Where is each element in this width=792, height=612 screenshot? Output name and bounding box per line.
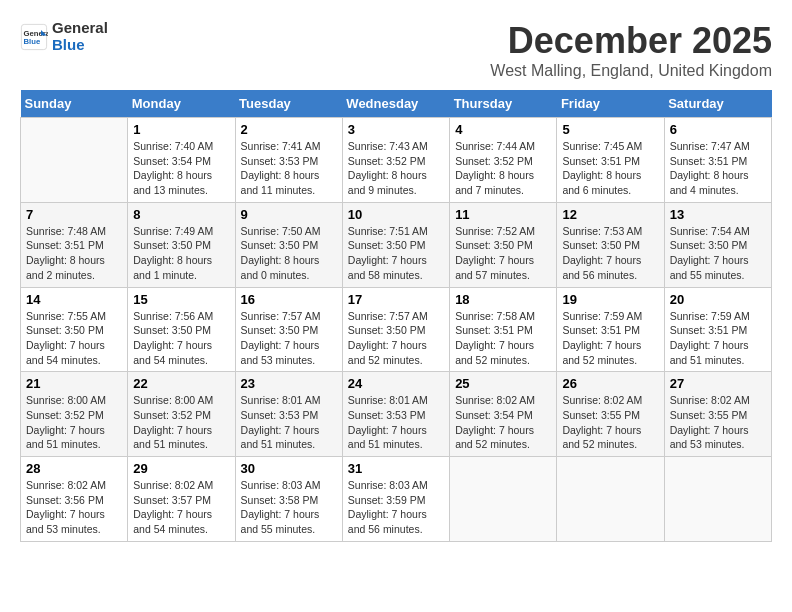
calendar-cell: 11Sunrise: 7:52 AMSunset: 3:50 PMDayligh… xyxy=(450,202,557,287)
calendar-cell: 23Sunrise: 8:01 AMSunset: 3:53 PMDayligh… xyxy=(235,372,342,457)
day-number: 23 xyxy=(241,376,337,391)
calendar-cell: 19Sunrise: 7:59 AMSunset: 3:51 PMDayligh… xyxy=(557,287,664,372)
day-number: 16 xyxy=(241,292,337,307)
calendar-cell: 9Sunrise: 7:50 AMSunset: 3:50 PMDaylight… xyxy=(235,202,342,287)
day-number: 30 xyxy=(241,461,337,476)
day-info: Sunrise: 7:50 AMSunset: 3:50 PMDaylight:… xyxy=(241,224,337,283)
day-info: Sunrise: 7:53 AMSunset: 3:50 PMDaylight:… xyxy=(562,224,658,283)
day-number: 6 xyxy=(670,122,766,137)
day-info: Sunrise: 8:03 AMSunset: 3:59 PMDaylight:… xyxy=(348,478,444,537)
day-number: 11 xyxy=(455,207,551,222)
day-number: 24 xyxy=(348,376,444,391)
day-info: Sunrise: 7:45 AMSunset: 3:51 PMDaylight:… xyxy=(562,139,658,198)
day-number: 26 xyxy=(562,376,658,391)
day-info: Sunrise: 7:40 AMSunset: 3:54 PMDaylight:… xyxy=(133,139,229,198)
calendar-cell: 30Sunrise: 8:03 AMSunset: 3:58 PMDayligh… xyxy=(235,457,342,542)
calendar-week-row: 21Sunrise: 8:00 AMSunset: 3:52 PMDayligh… xyxy=(21,372,772,457)
weekday-header-monday: Monday xyxy=(128,90,235,118)
calendar-cell xyxy=(21,118,128,203)
day-number: 4 xyxy=(455,122,551,137)
calendar-cell xyxy=(450,457,557,542)
day-info: Sunrise: 7:57 AMSunset: 3:50 PMDaylight:… xyxy=(348,309,444,368)
calendar-week-row: 28Sunrise: 8:02 AMSunset: 3:56 PMDayligh… xyxy=(21,457,772,542)
day-number: 17 xyxy=(348,292,444,307)
calendar-cell: 12Sunrise: 7:53 AMSunset: 3:50 PMDayligh… xyxy=(557,202,664,287)
logo-line1: General xyxy=(52,19,108,36)
day-info: Sunrise: 7:51 AMSunset: 3:50 PMDaylight:… xyxy=(348,224,444,283)
day-info: Sunrise: 7:49 AMSunset: 3:50 PMDaylight:… xyxy=(133,224,229,283)
weekday-header-thursday: Thursday xyxy=(450,90,557,118)
day-number: 25 xyxy=(455,376,551,391)
calendar-cell: 6Sunrise: 7:47 AMSunset: 3:51 PMDaylight… xyxy=(664,118,771,203)
day-number: 28 xyxy=(26,461,122,476)
day-number: 8 xyxy=(133,207,229,222)
logo: General Blue General Blue xyxy=(20,20,108,53)
weekday-header-friday: Friday xyxy=(557,90,664,118)
calendar-cell: 14Sunrise: 7:55 AMSunset: 3:50 PMDayligh… xyxy=(21,287,128,372)
day-number: 19 xyxy=(562,292,658,307)
day-info: Sunrise: 8:02 AMSunset: 3:54 PMDaylight:… xyxy=(455,393,551,452)
day-number: 29 xyxy=(133,461,229,476)
day-info: Sunrise: 7:48 AMSunset: 3:51 PMDaylight:… xyxy=(26,224,122,283)
day-number: 7 xyxy=(26,207,122,222)
calendar-cell xyxy=(557,457,664,542)
calendar-cell xyxy=(664,457,771,542)
weekday-header-wednesday: Wednesday xyxy=(342,90,449,118)
calendar-cell: 31Sunrise: 8:03 AMSunset: 3:59 PMDayligh… xyxy=(342,457,449,542)
day-number: 15 xyxy=(133,292,229,307)
day-number: 27 xyxy=(670,376,766,391)
day-number: 20 xyxy=(670,292,766,307)
weekday-header-row: SundayMondayTuesdayWednesdayThursdayFrid… xyxy=(21,90,772,118)
calendar-cell: 17Sunrise: 7:57 AMSunset: 3:50 PMDayligh… xyxy=(342,287,449,372)
day-number: 9 xyxy=(241,207,337,222)
svg-text:General: General xyxy=(24,28,49,37)
month-title: December 2025 xyxy=(490,20,772,62)
calendar-cell: 3Sunrise: 7:43 AMSunset: 3:52 PMDaylight… xyxy=(342,118,449,203)
day-info: Sunrise: 7:59 AMSunset: 3:51 PMDaylight:… xyxy=(562,309,658,368)
calendar-cell: 13Sunrise: 7:54 AMSunset: 3:50 PMDayligh… xyxy=(664,202,771,287)
calendar-cell: 1Sunrise: 7:40 AMSunset: 3:54 PMDaylight… xyxy=(128,118,235,203)
day-info: Sunrise: 7:57 AMSunset: 3:50 PMDaylight:… xyxy=(241,309,337,368)
day-info: Sunrise: 7:55 AMSunset: 3:50 PMDaylight:… xyxy=(26,309,122,368)
day-number: 31 xyxy=(348,461,444,476)
logo-icon: General Blue xyxy=(20,23,48,51)
svg-text:Blue: Blue xyxy=(24,37,41,46)
calendar-cell: 28Sunrise: 8:02 AMSunset: 3:56 PMDayligh… xyxy=(21,457,128,542)
day-info: Sunrise: 8:02 AMSunset: 3:55 PMDaylight:… xyxy=(562,393,658,452)
calendar-cell: 4Sunrise: 7:44 AMSunset: 3:52 PMDaylight… xyxy=(450,118,557,203)
day-number: 12 xyxy=(562,207,658,222)
day-number: 18 xyxy=(455,292,551,307)
calendar-cell: 25Sunrise: 8:02 AMSunset: 3:54 PMDayligh… xyxy=(450,372,557,457)
day-info: Sunrise: 7:52 AMSunset: 3:50 PMDaylight:… xyxy=(455,224,551,283)
day-info: Sunrise: 8:00 AMSunset: 3:52 PMDaylight:… xyxy=(26,393,122,452)
day-info: Sunrise: 8:01 AMSunset: 3:53 PMDaylight:… xyxy=(348,393,444,452)
day-number: 3 xyxy=(348,122,444,137)
calendar-cell: 8Sunrise: 7:49 AMSunset: 3:50 PMDaylight… xyxy=(128,202,235,287)
calendar-week-row: 14Sunrise: 7:55 AMSunset: 3:50 PMDayligh… xyxy=(21,287,772,372)
day-info: Sunrise: 8:03 AMSunset: 3:58 PMDaylight:… xyxy=(241,478,337,537)
day-info: Sunrise: 8:01 AMSunset: 3:53 PMDaylight:… xyxy=(241,393,337,452)
calendar-cell: 2Sunrise: 7:41 AMSunset: 3:53 PMDaylight… xyxy=(235,118,342,203)
logo-text: General Blue xyxy=(52,20,108,53)
calendar-cell: 26Sunrise: 8:02 AMSunset: 3:55 PMDayligh… xyxy=(557,372,664,457)
title-section: December 2025 West Malling, England, Uni… xyxy=(490,20,772,80)
day-number: 5 xyxy=(562,122,658,137)
calendar-cell: 15Sunrise: 7:56 AMSunset: 3:50 PMDayligh… xyxy=(128,287,235,372)
calendar-cell: 10Sunrise: 7:51 AMSunset: 3:50 PMDayligh… xyxy=(342,202,449,287)
day-info: Sunrise: 8:02 AMSunset: 3:56 PMDaylight:… xyxy=(26,478,122,537)
calendar-cell: 16Sunrise: 7:57 AMSunset: 3:50 PMDayligh… xyxy=(235,287,342,372)
calendar-cell: 22Sunrise: 8:00 AMSunset: 3:52 PMDayligh… xyxy=(128,372,235,457)
day-info: Sunrise: 7:44 AMSunset: 3:52 PMDaylight:… xyxy=(455,139,551,198)
weekday-header-sunday: Sunday xyxy=(21,90,128,118)
weekday-header-tuesday: Tuesday xyxy=(235,90,342,118)
day-number: 1 xyxy=(133,122,229,137)
calendar-cell: 29Sunrise: 8:02 AMSunset: 3:57 PMDayligh… xyxy=(128,457,235,542)
day-info: Sunrise: 7:47 AMSunset: 3:51 PMDaylight:… xyxy=(670,139,766,198)
day-info: Sunrise: 7:59 AMSunset: 3:51 PMDaylight:… xyxy=(670,309,766,368)
calendar-cell: 21Sunrise: 8:00 AMSunset: 3:52 PMDayligh… xyxy=(21,372,128,457)
day-info: Sunrise: 8:02 AMSunset: 3:57 PMDaylight:… xyxy=(133,478,229,537)
day-number: 10 xyxy=(348,207,444,222)
location-title: West Malling, England, United Kingdom xyxy=(490,62,772,80)
day-number: 22 xyxy=(133,376,229,391)
day-info: Sunrise: 7:41 AMSunset: 3:53 PMDaylight:… xyxy=(241,139,337,198)
